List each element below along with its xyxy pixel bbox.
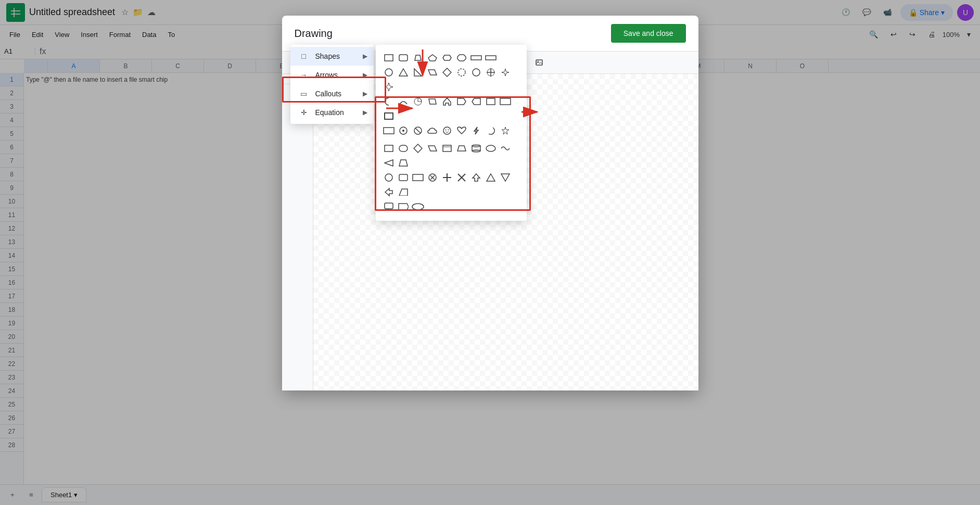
dropdown-shapes[interactable]: □ Shapes ▶ — [290, 47, 374, 66]
callouts-icon: ▭ — [299, 89, 309, 99]
shape-up-arrow[interactable] — [469, 171, 483, 184]
shapes-row-7 — [382, 200, 520, 213]
svg-marker-24 — [428, 70, 437, 75]
shape-diamond[interactable] — [440, 66, 454, 79]
shape-flowchart-left-tri[interactable] — [382, 156, 396, 170]
shape-rounded-pentagon[interactable] — [455, 66, 468, 79]
shape-speech-rect[interactable] — [382, 200, 396, 213]
shape-trapezoid[interactable] — [411, 51, 425, 65]
shape-tag[interactable] — [397, 200, 410, 213]
shape-flowchart-rounded[interactable] — [397, 142, 410, 155]
shape-cloud[interactable] — [426, 124, 439, 137]
svg-marker-16 — [428, 55, 437, 61]
shape-moon[interactable] — [484, 124, 498, 137]
shape-parallelogram2[interactable] — [426, 95, 439, 108]
dropdown-callouts[interactable]: ▭ Callouts ▶ — [290, 84, 374, 103]
svg-point-41 — [443, 127, 451, 134]
shape-rect-dark[interactable] — [382, 109, 396, 123]
shape-x[interactable] — [455, 171, 468, 184]
shape-up-triangle[interactable] — [484, 171, 498, 184]
shape-flowchart-conn1[interactable] — [499, 142, 512, 155]
shape-arc[interactable] — [397, 95, 410, 108]
callouts-label: Callouts — [315, 90, 342, 98]
shapes-dropdown: □ Shapes ▶ → Arrows ▶ ▭ Callouts ▶ ✛ Equ… — [290, 45, 374, 124]
shape-pentagon[interactable] — [426, 51, 439, 65]
svg-marker-15 — [415, 55, 421, 60]
shapes-row-5 — [382, 142, 520, 170]
shape-snippet[interactable] — [455, 95, 468, 108]
shape-plus[interactable] — [440, 171, 454, 184]
shape-flowchart-oval2[interactable] — [484, 142, 498, 155]
shape-flowchart-trapezoid2[interactable] — [397, 156, 410, 170]
shape-star4[interactable] — [499, 66, 512, 79]
shape-octagon[interactable] — [455, 51, 468, 65]
svg-marker-18 — [457, 55, 466, 61]
shape-heart[interactable] — [455, 124, 468, 137]
shape-rect-wide3[interactable] — [382, 124, 396, 137]
shape-no-sign2[interactable] — [426, 171, 439, 184]
shape-wide-rect3[interactable] — [411, 171, 425, 184]
svg-marker-67 — [501, 174, 510, 181]
shape-rect-round[interactable] — [397, 51, 410, 65]
shape-snippet2[interactable] — [469, 95, 483, 108]
svg-point-70 — [412, 204, 424, 210]
shape-flowchart-cylinder[interactable] — [469, 142, 483, 155]
svg-point-43 — [448, 130, 449, 131]
svg-marker-17 — [443, 55, 451, 60]
shape-rect2b[interactable] — [397, 171, 410, 184]
dropdown-equation[interactable]: ✛ Equation ▶ — [290, 103, 374, 122]
shape-flowchart-para[interactable] — [426, 142, 439, 155]
shape-crescent[interactable] — [382, 95, 396, 108]
shape-circle[interactable] — [382, 66, 396, 79]
shape-circle-dot[interactable] — [397, 124, 410, 137]
shape-rect-wide2[interactable] — [499, 95, 512, 108]
svg-marker-22 — [399, 69, 408, 76]
svg-marker-30 — [385, 83, 393, 91]
shape-circle2[interactable] — [469, 66, 483, 79]
shape-hexagon[interactable] — [440, 51, 454, 65]
svg-marker-44 — [502, 127, 509, 134]
shape-lightning[interactable] — [469, 124, 483, 137]
image-button[interactable] — [530, 55, 549, 70]
shape-parallelogram[interactable] — [426, 66, 439, 79]
equation-arrow: ▶ — [363, 109, 367, 116]
svg-rect-49 — [443, 145, 451, 152]
svg-point-42 — [445, 130, 446, 131]
svg-rect-52 — [472, 146, 480, 151]
shapes-submenu — [376, 45, 527, 221]
shape-wide-rect2[interactable] — [484, 51, 498, 65]
shape-right-trapezoid[interactable] — [397, 185, 410, 199]
shape-flowchart-trapezoid[interactable] — [455, 142, 468, 155]
save-close-button[interactable]: Save and close — [611, 24, 686, 43]
shape-oval-wide[interactable] — [411, 200, 425, 213]
shape-flowchart-diamond[interactable] — [411, 142, 425, 155]
shape-rect[interactable] — [382, 51, 396, 65]
svg-point-21 — [385, 69, 392, 76]
svg-marker-51 — [457, 146, 466, 151]
equation-icon: ✛ — [299, 107, 309, 118]
shape-star6[interactable] — [499, 124, 512, 137]
shape-circle2b[interactable] — [382, 171, 396, 184]
svg-rect-11 — [536, 60, 542, 65]
svg-marker-47 — [414, 144, 422, 153]
dropdown-arrows[interactable]: → Arrows ▶ — [290, 66, 374, 84]
shape-pie[interactable] — [411, 95, 425, 108]
shape-left-arrow[interactable] — [382, 185, 396, 199]
shape-flowchart-rect[interactable] — [382, 142, 396, 155]
shape-smiley[interactable] — [440, 124, 454, 137]
shape-wide-rect[interactable] — [469, 51, 483, 65]
shape-house[interactable] — [440, 95, 454, 108]
shape-right-triangle[interactable] — [411, 66, 425, 79]
shape-triangle[interactable] — [397, 66, 410, 79]
shape-square-no-corner[interactable] — [484, 95, 498, 108]
svg-point-26 — [458, 69, 465, 76]
svg-marker-57 — [399, 160, 408, 166]
dialog-title: Drawing — [295, 28, 333, 40]
shape-flowchart-rect2[interactable] — [440, 142, 454, 155]
shape-star4b[interactable] — [382, 80, 396, 94]
shape-down-triangle[interactable] — [499, 171, 512, 184]
shape-no-sign[interactable] — [411, 124, 425, 137]
shape-cross[interactable] — [484, 66, 498, 79]
svg-rect-60 — [413, 174, 423, 181]
svg-marker-29 — [502, 69, 509, 76]
